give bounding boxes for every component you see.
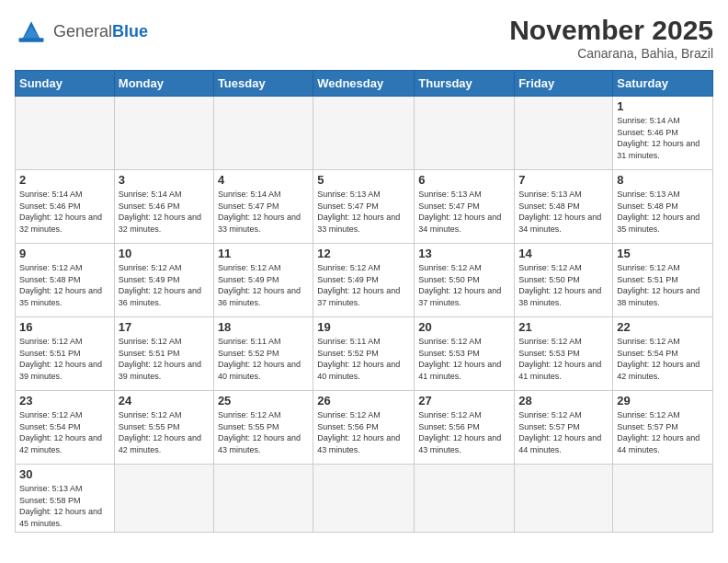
calendar-cell: 12Sunrise: 5:12 AM Sunset: 5:49 PM Dayli… — [313, 244, 415, 317]
day-number: 30 — [19, 467, 110, 481]
logo-blue: Blue — [112, 22, 148, 40]
calendar-cell — [415, 97, 515, 170]
calendar-cell: 10Sunrise: 5:12 AM Sunset: 5:49 PM Dayli… — [114, 244, 213, 317]
day-info: Sunrise: 5:12 AM Sunset: 5:55 PM Dayligh… — [218, 409, 309, 455]
calendar-header-monday: Monday — [114, 71, 213, 97]
day-info: Sunrise: 5:12 AM Sunset: 5:57 PM Dayligh… — [617, 409, 709, 455]
day-number: 9 — [19, 247, 110, 260]
calendar-cell: 18Sunrise: 5:11 AM Sunset: 5:52 PM Dayli… — [213, 317, 313, 391]
calendar-header-thursday: Thursday — [415, 71, 515, 97]
day-info: Sunrise: 5:12 AM Sunset: 5:51 PM Dayligh… — [19, 336, 110, 382]
calendar-cell: 26Sunrise: 5:12 AM Sunset: 5:56 PM Dayli… — [313, 391, 415, 465]
day-info: Sunrise: 5:12 AM Sunset: 5:51 PM Dayligh… — [119, 336, 210, 382]
calendar-cell — [114, 465, 213, 533]
day-number: 15 — [617, 247, 709, 260]
day-number: 26 — [317, 394, 410, 408]
day-info: Sunrise: 5:12 AM Sunset: 5:53 PM Dayligh… — [418, 336, 510, 382]
day-number: 3 — [119, 173, 210, 187]
calendar-cell: 9Sunrise: 5:12 AM Sunset: 5:48 PM Daylig… — [16, 244, 115, 317]
calendar-cell: 30Sunrise: 5:13 AM Sunset: 5:58 PM Dayli… — [16, 465, 115, 533]
day-number: 27 — [418, 394, 510, 408]
calendar-cell: 15Sunrise: 5:12 AM Sunset: 5:51 PM Dayli… — [613, 244, 713, 317]
day-info: Sunrise: 5:12 AM Sunset: 5:56 PM Dayligh… — [317, 409, 410, 455]
day-number: 4 — [218, 173, 309, 187]
calendar-cell — [313, 97, 415, 170]
calendar-week-0: 1Sunrise: 5:14 AM Sunset: 5:46 PM Daylig… — [16, 97, 713, 170]
calendar-cell: 17Sunrise: 5:12 AM Sunset: 5:51 PM Dayli… — [114, 317, 213, 391]
day-info: Sunrise: 5:13 AM Sunset: 5:58 PM Dayligh… — [19, 483, 110, 529]
day-info: Sunrise: 5:12 AM Sunset: 5:48 PM Dayligh… — [19, 262, 110, 308]
subtitle: Canarana, Bahia, Brazil — [509, 46, 713, 61]
day-number: 17 — [119, 320, 210, 334]
calendar-cell: 2Sunrise: 5:14 AM Sunset: 5:46 PM Daylig… — [16, 170, 115, 244]
calendar-cell — [213, 97, 313, 170]
calendar-week-2: 9Sunrise: 5:12 AM Sunset: 5:48 PM Daylig… — [16, 244, 713, 317]
calendar-cell — [213, 465, 313, 533]
day-info: Sunrise: 5:12 AM Sunset: 5:49 PM Dayligh… — [119, 262, 210, 308]
page: GeneralBlue November 2025 Canarana, Bahi… — [0, 0, 728, 547]
day-number: 24 — [119, 394, 210, 408]
day-info: Sunrise: 5:13 AM Sunset: 5:47 PM Dayligh… — [418, 189, 510, 235]
title-block: November 2025 Canarana, Bahia, Brazil — [509, 15, 713, 61]
day-info: Sunrise: 5:12 AM Sunset: 5:51 PM Dayligh… — [617, 262, 709, 308]
day-info: Sunrise: 5:13 AM Sunset: 5:48 PM Dayligh… — [518, 189, 609, 235]
day-info: Sunrise: 5:12 AM Sunset: 5:56 PM Dayligh… — [418, 409, 510, 455]
day-info: Sunrise: 5:14 AM Sunset: 5:46 PM Dayligh… — [119, 189, 210, 235]
day-info: Sunrise: 5:14 AM Sunset: 5:47 PM Dayligh… — [218, 189, 309, 235]
day-number: 28 — [518, 394, 609, 408]
day-info: Sunrise: 5:11 AM Sunset: 5:52 PM Dayligh… — [317, 336, 410, 382]
calendar-header-saturday: Saturday — [613, 71, 713, 97]
calendar-week-3: 16Sunrise: 5:12 AM Sunset: 5:51 PM Dayli… — [16, 317, 713, 391]
day-info: Sunrise: 5:14 AM Sunset: 5:46 PM Dayligh… — [19, 189, 110, 235]
logo-icon — [15, 15, 48, 48]
day-number: 22 — [617, 320, 709, 334]
calendar-cell: 22Sunrise: 5:12 AM Sunset: 5:54 PM Dayli… — [613, 317, 713, 391]
logo-general: General — [53, 22, 112, 40]
day-number: 5 — [317, 173, 410, 187]
calendar-cell: 16Sunrise: 5:12 AM Sunset: 5:51 PM Dayli… — [16, 317, 115, 391]
calendar-cell — [313, 465, 415, 533]
day-info: Sunrise: 5:12 AM Sunset: 5:50 PM Dayligh… — [518, 262, 609, 308]
calendar-cell: 8Sunrise: 5:13 AM Sunset: 5:48 PM Daylig… — [613, 170, 713, 244]
logo-text: GeneralBlue — [53, 23, 148, 40]
calendar-cell: 3Sunrise: 5:14 AM Sunset: 5:46 PM Daylig… — [114, 170, 213, 244]
calendar-cell: 19Sunrise: 5:11 AM Sunset: 5:52 PM Dayli… — [313, 317, 415, 391]
day-number: 2 — [19, 173, 110, 187]
calendar-cell — [114, 97, 213, 170]
day-number: 19 — [317, 320, 410, 334]
calendar-cell: 14Sunrise: 5:12 AM Sunset: 5:50 PM Dayli… — [515, 244, 613, 317]
calendar-cell: 21Sunrise: 5:12 AM Sunset: 5:53 PM Dayli… — [515, 317, 613, 391]
calendar-week-1: 2Sunrise: 5:14 AM Sunset: 5:46 PM Daylig… — [16, 170, 713, 244]
calendar-cell — [515, 465, 613, 533]
calendar-cell: 27Sunrise: 5:12 AM Sunset: 5:56 PM Dayli… — [415, 391, 515, 465]
day-info: Sunrise: 5:12 AM Sunset: 5:49 PM Dayligh… — [218, 262, 309, 308]
day-number: 14 — [518, 247, 609, 260]
day-info: Sunrise: 5:12 AM Sunset: 5:53 PM Dayligh… — [518, 336, 609, 382]
day-info: Sunrise: 5:14 AM Sunset: 5:46 PM Dayligh… — [617, 115, 709, 161]
day-number: 16 — [19, 320, 110, 334]
calendar-cell: 28Sunrise: 5:12 AM Sunset: 5:57 PM Dayli… — [515, 391, 613, 465]
logo: GeneralBlue — [15, 15, 148, 48]
calendar-cell: 7Sunrise: 5:13 AM Sunset: 5:48 PM Daylig… — [515, 170, 613, 244]
calendar-week-5: 30Sunrise: 5:13 AM Sunset: 5:58 PM Dayli… — [16, 465, 713, 533]
calendar-cell — [16, 97, 115, 170]
calendar-cell: 4Sunrise: 5:14 AM Sunset: 5:47 PM Daylig… — [213, 170, 313, 244]
calendar-header-tuesday: Tuesday — [213, 71, 313, 97]
calendar-cell: 5Sunrise: 5:13 AM Sunset: 5:47 PM Daylig… — [313, 170, 415, 244]
day-info: Sunrise: 5:12 AM Sunset: 5:50 PM Dayligh… — [418, 262, 510, 308]
calendar-cell: 6Sunrise: 5:13 AM Sunset: 5:47 PM Daylig… — [415, 170, 515, 244]
svg-rect-2 — [19, 38, 44, 42]
calendar-cell: 1Sunrise: 5:14 AM Sunset: 5:46 PM Daylig… — [613, 97, 713, 170]
calendar-cell: 24Sunrise: 5:12 AM Sunset: 5:55 PM Dayli… — [114, 391, 213, 465]
main-title: November 2025 — [509, 15, 713, 46]
day-number: 12 — [317, 247, 410, 260]
calendar-header-sunday: Sunday — [16, 71, 115, 97]
calendar-cell — [415, 465, 515, 533]
calendar-header-friday: Friday — [515, 71, 613, 97]
day-info: Sunrise: 5:12 AM Sunset: 5:54 PM Dayligh… — [19, 409, 110, 455]
calendar: SundayMondayTuesdayWednesdayThursdayFrid… — [15, 70, 713, 533]
day-number: 13 — [418, 247, 510, 260]
calendar-cell — [515, 97, 613, 170]
calendar-cell: 20Sunrise: 5:12 AM Sunset: 5:53 PM Dayli… — [415, 317, 515, 391]
day-number: 1 — [617, 99, 709, 113]
